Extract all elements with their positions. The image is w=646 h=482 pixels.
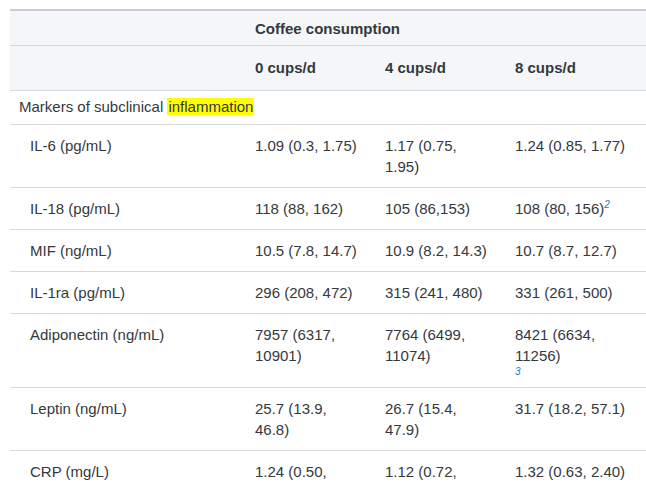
value-text: 105 (86,153)	[385, 200, 470, 217]
value-cell: 25.7 (13.9, 46.8)	[245, 388, 375, 451]
value-text: 118 (88, 162)	[255, 200, 343, 217]
value-text: 1.17 (0.75, 1.95)	[385, 137, 457, 175]
value-text: 31.7 (18.2, 57.1)	[515, 400, 625, 417]
table-row: IL-6 (pg/mL)1.09 (0.3, 1.75)1.17 (0.75, …	[10, 125, 646, 188]
value-cell: 26.7 (15.4, 47.9)	[375, 388, 505, 451]
value-cell: 296 (208, 472)	[245, 272, 375, 314]
row-label: CRP (mg/L)	[10, 451, 245, 482]
table-row: Adiponectin (ng/mL)7957 (6317, 10901)776…	[10, 314, 646, 388]
article-table: Coffee consumption 0 cups/d 4 cups/d 8 c…	[10, 9, 646, 482]
row-label: MIF (ng/mL)	[10, 230, 245, 272]
search-highlight: inflammation	[167, 98, 254, 115]
value-cell: 7957 (6317, 10901)	[245, 314, 375, 388]
table-row: MIF (ng/mL)10.5 (7.8, 14.7)10.9 (8.2, 14…	[10, 230, 646, 272]
value-text: 10.7 (8.7, 12.7)	[515, 242, 617, 259]
value-text: 1.24 (0.50, 1.89)	[255, 463, 327, 482]
value-text: 1.32 (0.63, 2.40)	[515, 463, 625, 480]
value-cell: 1.24 (0.85, 1.77)	[505, 125, 646, 188]
column-header-0-cups: 0 cups/d	[245, 46, 375, 91]
column-header-4-cups: 4 cups/d	[375, 46, 505, 91]
value-cell: 1.09 (0.3, 1.75)	[245, 125, 375, 188]
value-text: 26.7 (15.4, 47.9)	[385, 400, 457, 438]
value-text: 8421 (6634, 11256)	[515, 326, 595, 364]
row-label: IL-6 (pg/mL)	[10, 125, 245, 188]
value-text: 7764 (6499, 11074)	[385, 326, 465, 364]
value-cell: 108 (80, 156)2	[505, 188, 646, 230]
header-columns-row: 0 cups/d 4 cups/d 8 cups/d	[10, 46, 646, 91]
section-label-text: Markers of subclinical	[19, 98, 163, 115]
value-cell: 331 (261, 500)	[505, 272, 646, 314]
value-text: 10.9 (8.2, 14.3)	[385, 242, 487, 259]
value-cell: 31.7 (18.2, 57.1)	[505, 388, 646, 451]
value-cell: 10.9 (8.2, 14.3)	[375, 230, 505, 272]
value-text: 296 (208, 472)	[255, 284, 353, 301]
header-empty-cell	[10, 10, 245, 46]
value-cell: 10.7 (8.7, 12.7)	[505, 230, 646, 272]
value-cell: 1.17 (0.75, 1.95)	[375, 125, 505, 188]
table-body: Markers of subclinical inflammation IL-6…	[10, 91, 646, 482]
header-group-row: Coffee consumption	[10, 10, 646, 46]
header-group-label: Coffee consumption	[245, 10, 646, 46]
value-cell: 7764 (6499, 11074)	[375, 314, 505, 388]
column-header-8-cups: 8 cups/d	[505, 46, 646, 91]
value-text: 108 (80, 156)	[515, 200, 604, 217]
value-cell: 315 (241, 480)	[375, 272, 505, 314]
table-row: CRP (mg/L)1.24 (0.50, 1.89)1.12 (0.72, 3…	[10, 451, 646, 482]
value-text: 10.5 (7.8, 14.7)	[255, 242, 357, 259]
row-label: IL-18 (pg/mL)	[10, 188, 245, 230]
coffee-consumption-table: Coffee consumption 0 cups/d 4 cups/d 8 c…	[10, 9, 646, 482]
header-empty-cell	[10, 46, 245, 91]
row-label: Adiponectin (ng/mL)	[10, 314, 245, 388]
value-text: 1.24 (0.85, 1.77)	[515, 137, 625, 154]
value-cell: 1.12 (0.72, 3.69)	[375, 451, 505, 482]
value-text: 331 (261, 500)	[515, 284, 613, 301]
row-label: Leptin (ng/mL)	[10, 388, 245, 451]
value-text: 1.12 (0.72, 3.69)	[385, 463, 457, 482]
value-cell: 8421 (6634, 11256)3	[505, 314, 646, 388]
value-text: 315 (241, 480)	[385, 284, 483, 301]
value-cell: 105 (86,153)	[375, 188, 505, 230]
footnote-link[interactable]: 2	[604, 199, 610, 210]
table-row: IL-18 (pg/mL)118 (88, 162)105 (86,153)10…	[10, 188, 646, 230]
footnote-link[interactable]: 3	[515, 367, 642, 377]
value-text: 1.09 (0.3, 1.75)	[255, 137, 357, 154]
value-text: 25.7 (13.9, 46.8)	[255, 400, 327, 438]
section-row: Markers of subclinical inflammation	[10, 91, 646, 125]
value-text: 7957 (6317, 10901)	[255, 326, 335, 364]
section-label: Markers of subclinical inflammation	[10, 91, 646, 125]
value-cell: 118 (88, 162)	[245, 188, 375, 230]
table-header: Coffee consumption 0 cups/d 4 cups/d 8 c…	[10, 10, 646, 91]
table-row: IL-1ra (pg/mL)296 (208, 472)315 (241, 48…	[10, 272, 646, 314]
value-cell: 1.24 (0.50, 1.89)	[245, 451, 375, 482]
row-label: IL-1ra (pg/mL)	[10, 272, 245, 314]
value-cell: 10.5 (7.8, 14.7)	[245, 230, 375, 272]
table-row: Leptin (ng/mL)25.7 (13.9, 46.8)26.7 (15.…	[10, 388, 646, 451]
value-cell: 1.32 (0.63, 2.40)	[505, 451, 646, 482]
